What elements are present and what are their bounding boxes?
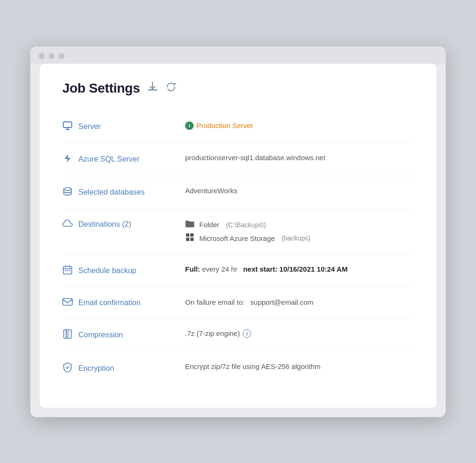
encryption-value: Encrypt zip/7z file using AES-256 algori… [185,362,414,370]
browser-dot-red [39,53,45,59]
encryption-label-text: Encryption [78,364,114,373]
svg-rect-5 [186,238,189,241]
server-label: Server [62,121,185,132]
email-address: support@email.com [250,298,314,306]
email-text: On failure email to: [185,298,245,306]
destinations-label-text: Destinations (2) [78,220,131,229]
refresh-icon[interactable] [165,81,177,95]
svg-rect-1 [63,122,72,128]
browser-dot-green [59,53,65,59]
email-label: Email confirmation [62,298,185,308]
folder-label: Folder [199,221,220,229]
download-icon[interactable] [146,81,159,96]
destinations-row: Destinations (2) Folder (C:\Backups\) [62,209,414,255]
databases-label-text: Selected databases [78,188,145,197]
svg-rect-8 [65,270,66,271]
svg-rect-11 [63,299,72,305]
svg-rect-3 [186,233,189,237]
folder-icon [185,220,195,230]
destination-azure-storage: Microsoft Azure Storage (backups) [185,233,310,244]
svg-rect-9 [67,270,68,271]
email-icon [62,298,73,308]
databases-value: AdventureWorks [185,187,414,195]
server-label-text: Server [78,122,101,131]
schedule-label: Schedule backup [62,265,185,277]
compression-label: Compression [62,329,185,341]
destinations-value: Folder (C:\Backups\) Microsof [185,220,414,244]
server-value: i Production Server [185,121,414,130]
azure-storage-label: Microsoft Azure Storage [199,234,275,242]
databases-label: Selected databases [62,187,185,198]
compression-icon [62,329,73,341]
page-title-row: Job Settings [62,81,414,96]
browser-window: Job Settings [30,46,446,417]
schedule-freq: every 24 hr [202,265,238,273]
compression-info: .7z (7-zip engine) i [185,329,251,338]
svg-rect-0 [148,89,157,91]
browser-content: Job Settings [40,64,436,408]
schedule-next-label: next start: 10/16/2021 10:24 AM [243,265,348,273]
encryption-row: Encryption Encrypt zip/7z file using AES… [62,352,414,385]
compression-info-icon[interactable]: i [243,329,251,338]
shield-icon [62,362,73,375]
info-circle-icon: i [185,121,194,130]
azure-sql-label-text: Azure SQL Server [78,155,139,163]
email-row: Email confirmation On failure email to: … [62,288,414,319]
calendar-icon [62,265,73,277]
azure-sql-label: Azure SQL Server [62,154,185,165]
compression-row: Compression .7z (7-zip engine) i [62,319,414,352]
svg-point-2 [64,188,71,190]
svg-rect-10 [69,270,70,271]
page-title: Job Settings [62,81,140,96]
destinations-label: Destinations (2) [62,220,185,230]
schedule-value: Full: every 24 hr next start: 10/16/2021… [185,265,414,273]
database-icon [62,187,73,198]
cloud-icon [62,220,73,230]
azure-sql-row: Azure SQL Server productionserver-sql1.d… [62,143,414,176]
destinations-list: Folder (C:\Backups\) Microsof [185,220,310,244]
schedule-label-text: Schedule backup [78,266,136,275]
schedule-type: Full: [185,265,200,273]
svg-rect-4 [190,233,194,237]
azure-storage-detail: (backups) [280,234,310,242]
browser-dot-yellow [49,53,55,59]
server-name: Production Server [196,121,253,129]
compression-label-text: Compression [78,331,123,339]
email-value: On failure email to: support@email.com [185,298,414,306]
compression-text: .7z (7-zip engine) [185,329,240,337]
bolt-icon [62,154,73,165]
destination-folder: Folder (C:\Backups\) [185,220,310,230]
encryption-label: Encryption [62,362,185,375]
browser-titlebar [30,46,446,64]
compression-value: .7z (7-zip engine) i [185,329,414,338]
azure-sql-value: productionserver-sql1.database.windows.n… [185,154,414,162]
server-row: Server i Production Server [62,111,414,143]
svg-rect-6 [190,238,194,241]
databases-row: Selected databases AdventureWorks [62,176,414,209]
windows-icon [185,233,195,244]
email-label-text: Email confirmation [78,299,141,307]
schedule-row: Schedule backup Full: every 24 hr next s… [62,255,414,288]
monitor-icon [62,121,73,132]
folder-path: (C:\Backups\) [224,221,266,229]
